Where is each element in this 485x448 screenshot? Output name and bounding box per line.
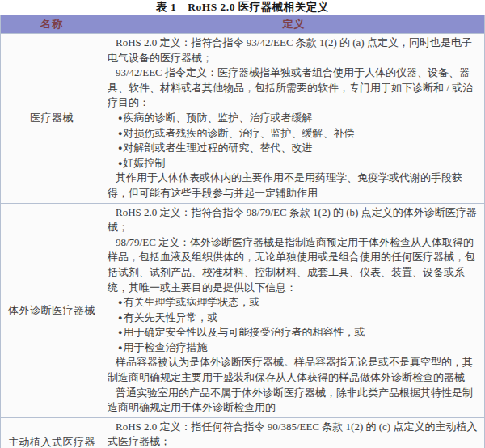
bullet-text: 妊娠控制 xyxy=(123,157,165,169)
definition-paragraph: 样品容器被认为是体外诊断医疗器械。样品容器指无论是或不是真空型的，其制造商明确规… xyxy=(108,355,480,385)
definition-paragraph: 其作用于人体体表或体内的主要作用不是用药理学、免疫学或代谢的手段获得，但可能有这… xyxy=(108,171,480,201)
definition-bullet: ●对解剖或者生理过程的研究、替代、改进 xyxy=(108,141,480,156)
bullet-icon: ● xyxy=(118,298,122,306)
table-row-medical-device: 医疗器械 RoHS 2.0 定义：指符合指令 93/42/EEC 条款 1(2)… xyxy=(1,34,485,204)
table-header-row: 名称 定义 xyxy=(1,15,485,34)
bullet-text: 用于确定安全性以及与可能接受治疗者的相容性，或 xyxy=(123,326,365,338)
definition-bullet: ●妊娠控制 xyxy=(108,156,480,171)
bullet-icon: ● xyxy=(118,328,122,336)
row-name: 体外诊断医疗器械 xyxy=(1,203,103,417)
bullet-icon: ● xyxy=(118,344,122,352)
bullet-text: 对损伤或者残疾的诊断、治疗、监护、缓解、补偿 xyxy=(123,127,354,139)
bullet-icon: ● xyxy=(118,159,122,167)
definition-bullet: ●疾病的诊断、预防、监护、治疗或者缓解 xyxy=(108,111,480,126)
row-name: 主动植入式医疗器械 xyxy=(1,417,103,448)
table-row-ivd-device: 体外诊断医疗器械 RoHS 2.0 定义：指符合指令 98/79/EC 条款 1… xyxy=(1,203,485,417)
bullet-icon: ● xyxy=(118,144,122,152)
definition-paragraph: RoHS 2.0 定义：指符合指令 93/42/EEC 条款 1(2) 的 (a… xyxy=(108,36,480,66)
header-definition: 定义 xyxy=(103,15,485,34)
definition-bullet: ●用于检查治疗措施 xyxy=(108,340,480,356)
bullet-icon: ● xyxy=(118,314,122,322)
page: 表 1 RoHS 2.0 医疗器械相关定义 名称 定义 医疗器械 RoHS 2.… xyxy=(0,0,485,448)
bullet-icon: ● xyxy=(118,129,122,137)
bullet-text: 有关先天性异常，或 xyxy=(123,311,217,323)
row-definition: RoHS 2.0 定义：指符合指令 98/79/EC 条款 1(2) 的 (b)… xyxy=(103,203,485,417)
row-name: 医疗器械 xyxy=(1,34,103,204)
definition-paragraph: 93/42/EEC 指令定义：医疗器械指单独或者组合使用于人体的仪器、设备、器具… xyxy=(108,66,480,111)
header-name: 名称 xyxy=(1,15,103,34)
bullet-text: 有关生理学或病理学状态，或 xyxy=(123,296,259,308)
bullet-text: 疾病的诊断、预防、监护、治疗或者缓解 xyxy=(123,112,312,124)
definitions-table: 名称 定义 医疗器械 RoHS 2.0 定义：指符合指令 93/42/EEC 条… xyxy=(0,15,485,448)
table-row-active-implantable-device: 主动植入式医疗器械 RoHS 2.0 定义：指任何符合指令 90/385/EEC… xyxy=(1,417,485,448)
definition-paragraph: 98/79/EC 定义：体外诊断医疗器械是指制造商预定用于体外检查从人体取得的样… xyxy=(108,235,480,295)
definition-paragraph: RoHS 2.0 定义：指符合指令 98/79/EC 条款 1(2) 的 (b)… xyxy=(108,205,480,235)
definition-bullet: ●有关先天性异常，或 xyxy=(108,311,480,326)
bullet-icon: ● xyxy=(118,114,122,122)
bullet-text: 对解剖或者生理过程的研究、替代、改进 xyxy=(123,142,312,154)
table-title: 表 1 RoHS 2.0 医疗器械相关定义 xyxy=(0,0,485,15)
row-definition: RoHS 2.0 定义：指任何符合指令 90/385/EEC 条款 1(2) 的… xyxy=(103,417,485,448)
definition-bullet: ●对损伤或者残疾的诊断、治疗、监护、缓解、补偿 xyxy=(108,126,480,142)
row-definition: RoHS 2.0 定义：指符合指令 93/42/EEC 条款 1(2) 的 (a… xyxy=(103,34,485,204)
definition-bullet: ●用于确定安全性以及与可能接受治疗者的相容性，或 xyxy=(108,325,480,340)
definition-paragraph: RoHS 2.0 定义：指任何符合指令 90/385/EEC 条款 1(2) 的… xyxy=(108,420,480,448)
bullet-text: 用于检查治疗措施 xyxy=(123,341,207,353)
definition-paragraph: 普通实验室用的产品不属于体外诊断医疗器械，除非此类产品根据其特性是制造商明确规定… xyxy=(108,386,480,416)
definition-bullet: ●有关生理学或病理学状态，或 xyxy=(108,295,480,311)
